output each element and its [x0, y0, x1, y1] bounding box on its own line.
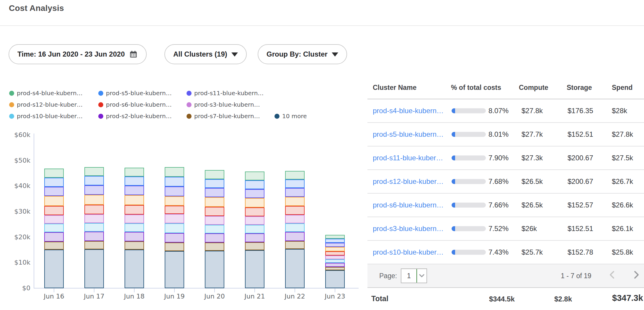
chevron-left-icon[interactable] [609, 271, 615, 281]
bar-segment[interactable] [205, 225, 224, 233]
bar-segment[interactable] [84, 214, 104, 223]
time-range-filter[interactable]: Time: 16 Jun 2020 - 23 Jun 2020 [9, 44, 147, 64]
bar-segment[interactable] [325, 247, 345, 251]
bar-segment[interactable] [165, 206, 184, 214]
bar-segment[interactable] [285, 223, 305, 232]
bar-segment[interactable] [285, 188, 305, 197]
bar-segment[interactable] [84, 241, 104, 249]
bar-segment[interactable] [165, 233, 184, 243]
cluster-name-link[interactable]: prod-s3-blue-kubern… [373, 225, 444, 233]
bar-segment[interactable] [205, 197, 224, 207]
cluster-name-link[interactable]: prod-s6-blue-kubern… [373, 201, 444, 209]
bar-segment[interactable] [84, 223, 104, 232]
bar-segment[interactable] [205, 251, 224, 288]
stacked-bar[interactable] [165, 167, 184, 288]
legend-item[interactable]: prod-s7-blue-kubern… [187, 112, 260, 120]
bar-segment[interactable] [84, 185, 104, 195]
stacked-bar[interactable] [285, 171, 305, 288]
bar-segment[interactable] [165, 196, 184, 206]
cluster-name-link[interactable]: prod-s4-blue-kubern… [373, 107, 444, 115]
cluster-name-link[interactable]: prod-s10-blue-kuber… [373, 248, 444, 256]
bar-segment[interactable] [165, 243, 184, 251]
legend-item[interactable]: prod-s10-blue-kuber… [9, 112, 83, 120]
bar-segment[interactable] [325, 263, 345, 267]
bar-segment[interactable] [325, 270, 345, 288]
cluster-name-link[interactable]: prod-s12-blue-kuber… [373, 177, 444, 186]
bar-segment[interactable] [125, 168, 144, 177]
stacked-bar[interactable] [205, 170, 224, 288]
bar-segment[interactable] [285, 171, 305, 179]
bar-segment[interactable] [84, 195, 104, 205]
bar-segment[interactable] [285, 215, 305, 223]
bar-segment[interactable] [325, 239, 345, 243]
bar-segment[interactable] [125, 205, 144, 215]
bar-segment[interactable] [125, 223, 144, 232]
page-select[interactable]: 1 [401, 268, 427, 283]
bar-segment[interactable] [205, 243, 224, 251]
group-by-filter[interactable]: Group By: Cluster [258, 44, 347, 64]
bar-segment[interactable] [285, 241, 305, 249]
bar-segment[interactable] [44, 206, 64, 215]
bar-segment[interactable] [44, 187, 64, 196]
bar-segment[interactable] [84, 205, 104, 214]
bar-segment[interactable] [245, 233, 264, 242]
legend-item[interactable]: prod-s11-blue-kubern… [187, 89, 264, 97]
legend-item[interactable]: prod-s4-blue-kubern… [9, 89, 83, 97]
bar-segment[interactable] [125, 177, 144, 186]
clusters-filter[interactable]: All Clusters (19) [164, 44, 247, 64]
bar-segment[interactable] [325, 267, 345, 270]
bar-segment[interactable] [125, 195, 144, 205]
bar-segment[interactable] [165, 167, 184, 177]
cluster-name-link[interactable]: prod-s11-blue-kuber… [373, 154, 443, 162]
bar-segment[interactable] [205, 207, 224, 216]
bar-segment[interactable] [165, 214, 184, 223]
bar-segment[interactable] [44, 196, 64, 206]
bar-segment[interactable] [165, 187, 184, 196]
bar-segment[interactable] [44, 250, 64, 288]
bar-segment[interactable] [325, 235, 345, 239]
bar-segment[interactable] [125, 232, 144, 241]
bar-segment[interactable] [84, 176, 104, 185]
bar-segment[interactable] [325, 243, 345, 247]
bar-segment[interactable] [285, 249, 305, 288]
cluster-name-link[interactable]: prod-s5-blue-kubern… [373, 130, 444, 138]
legend-item[interactable]: prod-s2-blue-kubern… [98, 112, 172, 120]
bar-segment[interactable] [245, 250, 264, 288]
chevron-right-icon[interactable] [633, 271, 640, 281]
bar-segment[interactable] [165, 177, 184, 187]
bar-segment[interactable] [44, 215, 64, 224]
bar-segment[interactable] [245, 207, 264, 216]
bar-segment[interactable] [245, 189, 264, 198]
bar-segment[interactable] [245, 216, 264, 225]
bar-segment[interactable] [125, 250, 144, 288]
legend-item[interactable]: 10 more [274, 112, 307, 120]
bar-segment[interactable] [125, 241, 144, 250]
bar-segment[interactable] [165, 251, 184, 288]
bar-segment[interactable] [285, 197, 305, 206]
bar-segment[interactable] [285, 179, 305, 188]
bar-segment[interactable] [205, 170, 224, 179]
bar-segment[interactable] [205, 179, 224, 188]
bar-segment[interactable] [44, 178, 64, 187]
bar-segment[interactable] [84, 249, 104, 288]
bar-segment[interactable] [84, 167, 104, 176]
bar-segment[interactable] [245, 198, 264, 207]
legend-item[interactable]: prod-s12-blue-kuber… [9, 101, 83, 108]
bar-segment[interactable] [245, 242, 264, 250]
bar-segment[interactable] [285, 206, 305, 215]
legend-item[interactable]: prod-s6-blue-kubern… [98, 101, 172, 108]
bar-segment[interactable] [245, 172, 264, 180]
stacked-bar[interactable] [245, 172, 264, 288]
bar-segment[interactable] [44, 242, 64, 250]
bar-segment[interactable] [125, 215, 144, 223]
bar-segment[interactable] [325, 259, 345, 263]
stacked-bar[interactable] [84, 167, 104, 288]
stacked-bar[interactable] [44, 169, 64, 288]
bar-segment[interactable] [205, 188, 224, 197]
bar-segment[interactable] [84, 232, 104, 241]
bar-segment[interactable] [44, 224, 64, 232]
bar-segment[interactable] [165, 223, 184, 233]
bar-segment[interactable] [44, 232, 64, 242]
bar-segment[interactable] [245, 225, 264, 233]
stacked-bar[interactable] [325, 235, 345, 288]
